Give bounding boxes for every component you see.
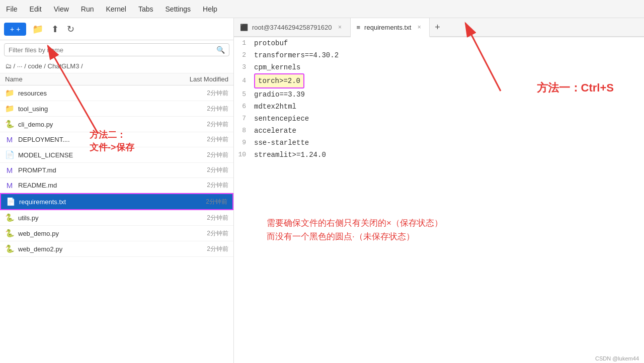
file-row[interactable]: M DEPLOYMENT.... 2分钟前 <box>0 132 233 147</box>
search-bar: 🔍 <box>4 43 229 56</box>
upload-button[interactable]: ⬆ <box>49 22 61 37</box>
python-icon: 🐍 <box>5 229 14 238</box>
line-number: 4 <box>234 75 252 87</box>
file-row[interactable]: 📄 requirements.txt 2分钟前 <box>0 193 233 210</box>
file-name: web_demo2.py <box>18 245 188 253</box>
status-bar: CSDN @lukem44 <box>590 354 644 363</box>
line-text: cpm_kernels <box>254 63 300 71</box>
line-text: streamlit>=1.24.0 <box>254 151 326 159</box>
editor-line: 4 torch>=2.0 <box>234 73 644 88</box>
file-row[interactable]: 📄 MODEL_LICENSE 2分钟前 <box>0 147 233 163</box>
file-name: tool_using <box>18 105 188 113</box>
line-content: protobuf <box>252 37 644 49</box>
line-text: sse-starlette <box>254 139 309 147</box>
file-time: 2分钟前 <box>188 229 228 238</box>
tab-close-button[interactable]: × <box>415 23 423 31</box>
refresh-icon: ↻ <box>67 24 74 34</box>
credit-text: CSDN @lukem44 <box>595 355 639 361</box>
line-content: cpm_kernels <box>252 61 644 73</box>
menu-file[interactable]: File <box>4 4 20 14</box>
file-row[interactable]: 📁 tool_using 2分钟前 <box>0 101 233 117</box>
menu-edit[interactable]: Edit <box>28 4 44 14</box>
menu-help[interactable]: Help <box>201 4 219 14</box>
file-time: 2分钟前 <box>188 181 228 190</box>
editor-line: 6 mdtex2html <box>234 101 644 113</box>
folder-icon: 📁 <box>5 104 14 113</box>
highlighted-text: torch>=2.0 <box>254 73 304 88</box>
col-modified-header: Last Modified <box>168 75 228 83</box>
file-row[interactable]: 🐍 web_demo.py 2分钟前 <box>0 226 233 241</box>
new-folder-button[interactable]: 📁 <box>30 22 45 37</box>
new-button[interactable]: + + <box>4 23 26 36</box>
text-icon: 📄 <box>5 150 14 159</box>
line-number: 6 <box>234 101 252 113</box>
editor: 1 protobuf 2 transformers==4.30.2 3 cpm_… <box>234 37 644 363</box>
file-name: PROMPT.md <box>18 166 188 174</box>
file-name: web_demo.py <box>18 230 188 237</box>
breadcrumb-text: 🗂 / ··· / code / ChatGLM3 / <box>5 62 83 70</box>
file-row[interactable]: 🐍 utils.py 2分钟前 <box>0 210 233 226</box>
file-time: 2分钟前 <box>188 105 228 113</box>
file-row[interactable]: 🐍 cli_demo.py 2分钟前 <box>0 117 233 132</box>
line-content: sse-starlette <box>252 137 644 149</box>
tab-label: root@37446294258791620 <box>252 24 332 31</box>
tab-bar: ⬛ root@37446294258791620 × ≡ requirement… <box>234 18 644 37</box>
file-row[interactable]: 🐍 web_demo2.py 2分钟前 <box>0 241 233 257</box>
md-icon: M <box>5 135 14 144</box>
toolbar: + + 📁 ⬆ ↻ <box>0 18 233 40</box>
file-name: DEPLOYMENT.... <box>18 136 188 143</box>
menu-run[interactable]: Run <box>79 4 96 14</box>
line-content: streamlit>=1.24.0 <box>252 149 644 161</box>
file-table: 📁 resources 2分钟前 📁 tool_using 2分钟前 🐍 cli… <box>0 85 233 363</box>
line-text: transformers==4.30.2 <box>254 51 339 59</box>
line-content: accelerate <box>252 125 644 137</box>
python-icon: 🐍 <box>5 213 14 222</box>
file-time: 2分钟前 <box>188 245 228 253</box>
line-number: 3 <box>234 61 252 73</box>
line-text: gradio==3.39 <box>254 90 305 99</box>
line-content: torch>=2.0 <box>252 73 644 88</box>
menu-view[interactable]: View <box>52 4 71 14</box>
folder-icon: 📁 <box>5 88 14 98</box>
text-icon: 📄 <box>6 197 15 206</box>
refresh-button[interactable]: ↻ <box>65 22 76 37</box>
line-content: gradio==3.39 <box>252 88 644 101</box>
line-number: 2 <box>234 49 252 61</box>
plus-icon: + <box>10 25 14 33</box>
editor-line: 1 protobuf <box>234 37 644 49</box>
tab-requirements-txt[interactable]: ≡ requirements.txt × <box>351 18 430 37</box>
line-number: 1 <box>234 37 252 49</box>
editor-line: 8 accelerate <box>234 125 644 137</box>
tab-close-button[interactable]: × <box>336 23 344 31</box>
search-input[interactable] <box>9 46 216 54</box>
add-tab-button[interactable]: + <box>430 18 445 36</box>
tab-root-37446294258791620[interactable]: ⬛ root@37446294258791620 × <box>234 18 351 36</box>
editor-line: 10 streamlit>=1.24.0 <box>234 149 644 161</box>
tab-icon: ⬛ <box>240 24 248 31</box>
editor-line: 7 sentencepiece <box>234 113 644 125</box>
menu-tabs[interactable]: Tabs <box>136 4 155 14</box>
new-label: + <box>16 25 20 33</box>
menu-kernel[interactable]: Kernel <box>104 4 128 14</box>
line-text: accelerate <box>254 127 296 135</box>
line-content: transformers==4.30.2 <box>252 49 644 61</box>
python-icon: 🐍 <box>5 120 14 129</box>
left-panel: + + 📁 ⬆ ↻ 🔍 🗂 / ··· / code / ChatGLM3 / … <box>0 18 234 363</box>
file-row[interactable]: M README.md 2分钟前 <box>0 178 233 193</box>
file-time: 2分钟前 <box>188 151 228 159</box>
line-content: mdtex2html <box>252 101 644 113</box>
file-name: cli_demo.py <box>18 121 188 128</box>
file-time: 2分钟前 <box>188 89 228 98</box>
menubar: File Edit View Run Kernel Tabs Settings … <box>0 0 644 18</box>
menu-settings[interactable]: Settings <box>164 4 193 14</box>
right-panel: ⬛ root@37446294258791620 × ≡ requirement… <box>234 18 644 363</box>
file-table-header: Name Last Modified <box>0 73 233 85</box>
file-row[interactable]: 📁 resources 2分钟前 <box>0 85 233 101</box>
line-content: sentencepiece <box>252 113 644 125</box>
line-text: sentencepiece <box>254 115 309 123</box>
file-time: 2分钟前 <box>188 120 228 129</box>
file-row[interactable]: M PROMPT.md 2分钟前 <box>0 163 233 178</box>
md-icon: M <box>5 181 14 190</box>
line-number: 7 <box>234 113 252 125</box>
tab-label: requirements.txt <box>364 24 411 31</box>
